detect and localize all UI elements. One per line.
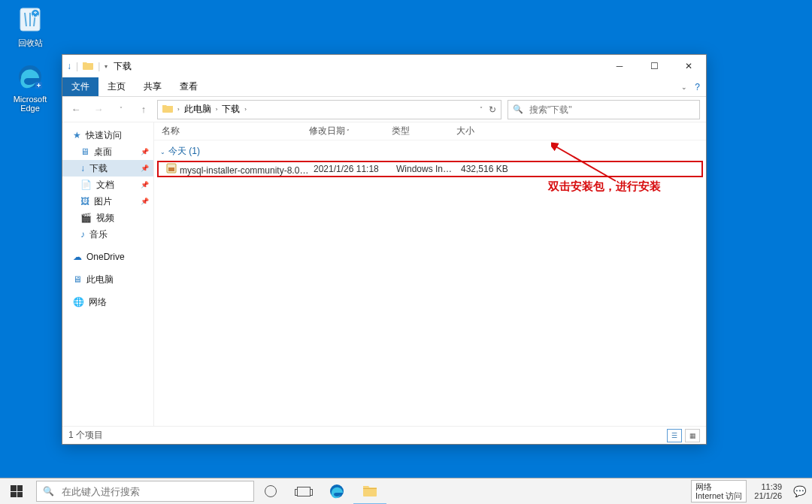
msi-file-icon [166, 163, 177, 174]
maximize-button[interactable]: ☐ [637, 55, 671, 77]
chevron-down-icon: ⌄ [160, 149, 165, 155]
nav-videos[interactable]: 🎬视频 [62, 210, 153, 226]
file-date-label: 2021/1/26 11:18 [309, 164, 392, 174]
chevron-right-icon[interactable]: › [216, 106, 218, 113]
taskbar-cortana-button[interactable] [254, 478, 287, 505]
videos-icon: 🎬 [80, 213, 92, 223]
recycle-bin-icon [15, 5, 45, 35]
taskview-icon [297, 487, 311, 496]
clock[interactable]: 11:39 21/1/26 [750, 482, 786, 500]
nav-quick-access[interactable]: ★快速访问 [62, 127, 153, 143]
address-bar[interactable]: › 此电脑 › 下载 › ˅ ↻ [157, 100, 501, 119]
column-headers[interactable]: 名称 修改日期˅ 类型 大小 [154, 122, 706, 140]
ribbon-tab-share[interactable]: 共享 [135, 77, 171, 96]
ribbon-expand-icon[interactable]: ⌄ [681, 83, 687, 91]
edge-icon [15, 62, 45, 92]
notification-icon: 💬 [793, 485, 806, 497]
nav-network[interactable]: 🌐网络 [62, 294, 153, 310]
address-dropdown-icon[interactable]: ˅ [480, 106, 483, 113]
file-row-mysql-installer[interactable]: mysql-installer-community-8.0.23.0 2021/… [157, 161, 703, 177]
network-status-box[interactable]: 网络 Internet 访问 [691, 480, 747, 502]
nav-up-button[interactable]: ↑ [136, 104, 151, 115]
taskbar-edge-button[interactable] [320, 478, 353, 505]
ribbon-tab-home[interactable]: 主页 [98, 77, 135, 96]
column-name[interactable]: 名称 [157, 125, 304, 137]
windows-logo-icon [11, 485, 23, 497]
folder-icon [362, 484, 377, 497]
nav-history-button[interactable]: ˅ [114, 106, 129, 113]
nav-forward-button[interactable]: → [91, 104, 106, 115]
file-size-label: 432,516 KB [456, 164, 517, 174]
ribbon-tab-view[interactable]: 查看 [171, 77, 207, 96]
annotation-text: 双击安装包，进行安装 [548, 180, 661, 194]
sort-desc-icon: ˅ [347, 129, 350, 134]
nav-music[interactable]: ♪音乐 [62, 226, 153, 243]
chevron-right-icon[interactable]: › [244, 106, 247, 113]
qat-customize-icon[interactable]: ▾ [105, 63, 108, 70]
breadcrumb-pc[interactable]: 此电脑 [184, 103, 211, 116]
title-bar[interactable]: ↓ | | ▾ 下载 ─ ☐ ✕ [62, 55, 706, 77]
taskbar-search-input[interactable] [60, 485, 247, 498]
search-input[interactable] [528, 104, 695, 116]
status-item-count: 1 个项目 [68, 429, 103, 442]
minimize-button[interactable]: ─ [602, 55, 637, 77]
chevron-right-icon[interactable]: › [177, 106, 180, 113]
system-tray[interactable]: 网络 Internet 访问 11:39 21/1/26 💬 [691, 478, 812, 504]
download-icon: ↓ [80, 163, 85, 174]
column-date[interactable]: 修改日期˅ [304, 125, 387, 137]
taskbar-search-box[interactable]: 🔍 [36, 481, 254, 502]
desktop-icon-edge[interactable]: MicrosoftEdge [6, 62, 54, 113]
window-title: 下载 [114, 60, 132, 73]
desktop-icon-label: 回收站 [6, 38, 54, 49]
nav-onedrive[interactable]: ☁OneDrive [62, 249, 153, 265]
qat-sep-icon: | [98, 61, 100, 71]
onedrive-icon: ☁ [73, 252, 82, 262]
nav-this-pc[interactable]: 🖥此电脑 [62, 271, 153, 288]
star-icon: ★ [73, 130, 81, 140]
qat-sep-icon: | [76, 61, 78, 71]
quick-access-toolbar[interactable]: ↓ | | ▾ [67, 61, 108, 72]
notifications-button[interactable]: 💬 [786, 485, 812, 497]
column-type[interactable]: 类型 [387, 125, 452, 137]
pc-icon: 🖥 [73, 274, 82, 285]
column-size[interactable]: 大小 [452, 125, 512, 137]
status-bar: 1 个项目 ☰ ▦ [62, 426, 706, 444]
down-arrow-icon[interactable]: ↓ [67, 61, 71, 71]
ribbon-tab-file[interactable]: 文件 [62, 77, 98, 96]
network-icon: 🌐 [73, 297, 84, 307]
desktop-icon-recycle-bin[interactable]: 回收站 [6, 5, 54, 49]
taskbar-taskview-button[interactable] [287, 478, 320, 505]
breadcrumb-folder[interactable]: 下载 [222, 103, 240, 116]
taskbar-explorer-button[interactable] [353, 478, 386, 505]
file-type-label: Windows Install... [392, 164, 456, 174]
search-icon: 🔍 [513, 104, 523, 114]
svg-rect-5 [168, 167, 174, 171]
folder-icon [162, 104, 173, 115]
nav-downloads[interactable]: ↓下载 [62, 160, 153, 177]
view-large-icons-button[interactable]: ▦ [685, 429, 700, 442]
nav-back-button[interactable]: ← [68, 104, 83, 115]
file-list-pane: 名称 修改日期˅ 类型 大小 ⌄今天 (1) mysql-installer-c… [154, 122, 706, 426]
nav-desktop[interactable]: 🖥桌面 [62, 143, 153, 160]
refresh-button[interactable]: ↻ [489, 104, 496, 115]
taskbar: 🔍 网络 Internet 访问 11:39 21/1/26 💬 [0, 478, 812, 504]
nav-documents[interactable]: 📄文档 [62, 177, 153, 193]
circle-icon [265, 485, 277, 497]
help-icon[interactable]: ? [695, 82, 700, 92]
close-button[interactable]: ✕ [671, 55, 706, 77]
ribbon-tabs: 文件 主页 共享 查看 ⌄ ? [62, 77, 706, 97]
pictures-icon: 🖼 [80, 196, 89, 207]
file-name-label: mysql-installer-community-8.0.23.0 [180, 165, 309, 176]
group-header-today[interactable]: ⌄今天 (1) [154, 140, 706, 161]
desktop-icon: 🖥 [80, 146, 89, 157]
start-button[interactable] [0, 478, 33, 505]
edge-icon [329, 483, 345, 499]
nav-pictures[interactable]: 🖼图片 [62, 193, 153, 210]
music-icon: ♪ [80, 229, 85, 240]
navigation-pane[interactable]: ★快速访问 🖥桌面 ↓下载 📄文档 🖼图片 🎬视频 ♪音乐 ☁OneDrive … [62, 122, 154, 426]
document-icon: 📄 [80, 180, 92, 190]
search-box[interactable]: 🔍 [508, 100, 700, 119]
view-details-button[interactable]: ☰ [667, 429, 682, 442]
folder-icon[interactable] [83, 61, 93, 72]
search-icon: 🔍 [43, 486, 54, 496]
